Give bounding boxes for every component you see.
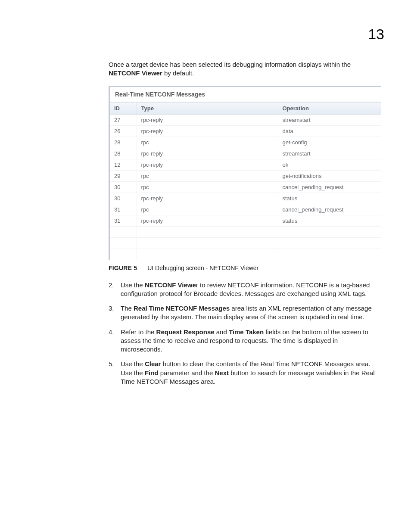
- bold-text: NETCONF Viewe: [145, 281, 196, 289]
- table-row[interactable]: 30rpc-replystatus: [110, 193, 381, 204]
- cell-operation: cancel_pending_request: [278, 181, 381, 193]
- cell-type: rpc: [137, 204, 278, 215]
- bold-text: Next: [215, 369, 229, 376]
- netconf-messages-panel: Real-Time NETCONF Messages ID Type Opera…: [109, 86, 381, 260]
- figure-caption: FIGURE 5UI Debugging screen - NETCONF Vi…: [109, 264, 381, 271]
- table-row[interactable]: 31rpccancel_pending_request: [110, 204, 381, 215]
- cell-id: 26: [110, 125, 137, 137]
- cell-type: rpc-reply: [137, 114, 278, 125]
- intro-bold-netconf-viewer: NETCONF Viewer: [109, 69, 162, 77]
- table-row-empty: [110, 226, 381, 237]
- cell-type: rpc-reply: [137, 215, 278, 226]
- cell-operation: get-config: [278, 137, 381, 148]
- cell-empty: [110, 237, 137, 249]
- text: parameter and the: [159, 369, 215, 376]
- column-header-id[interactable]: ID: [110, 102, 137, 114]
- cell-type: rpc: [137, 170, 278, 181]
- page-content: Once a target device has been selected i…: [109, 26, 381, 386]
- cell-type: rpc-reply: [137, 148, 278, 159]
- intro-text-pre: Once a target device has been selected i…: [109, 61, 351, 68]
- text: Use the: [121, 360, 145, 367]
- text: Use the: [121, 281, 145, 289]
- cell-empty: [110, 226, 137, 237]
- cell-operation: cancel_pending_request: [278, 204, 381, 215]
- panel-title: Real-Time NETCONF Messages: [110, 87, 381, 102]
- table-row[interactable]: 28rpc-replystreamstart: [110, 148, 381, 159]
- cell-operation: streamstart: [278, 114, 381, 125]
- cell-id: 28: [110, 148, 137, 159]
- bold-text: Real Time NETCONF Messages: [134, 305, 230, 312]
- bold-text: Request Response: [156, 328, 215, 336]
- cell-id: 29: [110, 170, 137, 181]
- cell-type: rpc: [137, 137, 278, 148]
- cell-empty: [137, 226, 278, 237]
- table-row-empty: [110, 249, 381, 260]
- cell-operation: status: [278, 215, 381, 226]
- cell-empty: [137, 237, 278, 249]
- cell-id: 31: [110, 215, 137, 226]
- intro-text-post: by default.: [162, 69, 194, 77]
- table-row[interactable]: 31rpc-replystatus: [110, 215, 381, 226]
- bold-text: Time Taken: [229, 328, 264, 336]
- cell-type: rpc: [137, 181, 278, 193]
- bold-text: Find: [145, 369, 159, 376]
- table-row[interactable]: 12rpc-replyok: [110, 159, 381, 170]
- intro-paragraph: Once a target device has been selected i…: [109, 60, 381, 78]
- table-row[interactable]: 29rpcget-notifications: [110, 170, 381, 181]
- cell-empty: [137, 249, 278, 260]
- page-number: 13: [368, 26, 384, 43]
- cell-type: rpc-reply: [137, 193, 278, 204]
- cell-id: 30: [110, 181, 137, 193]
- list-item: Use the NETCONF Viewer to review NETCONF…: [109, 281, 381, 299]
- cell-operation: get-notifications: [278, 170, 381, 181]
- cell-operation: ok: [278, 159, 381, 170]
- cell-id: 12: [110, 159, 137, 170]
- cell-type: rpc-reply: [137, 125, 278, 137]
- cell-empty: [278, 249, 381, 260]
- list-item: Use the Clear button to clear the conten…: [109, 360, 381, 386]
- figure-caption-text: UI Debugging screen - NETCONF Viewer: [147, 264, 258, 271]
- cell-id: 27: [110, 114, 137, 125]
- text: Refer to the: [121, 328, 156, 336]
- text: and: [215, 328, 229, 336]
- messages-table-body: 27rpc-replystreamstart26rpc-replydata28r…: [110, 114, 381, 260]
- cell-type: rpc-reply: [137, 159, 278, 170]
- steps-list: Use the NETCONF Viewer to review NETCONF…: [109, 281, 381, 386]
- cell-empty: [278, 237, 381, 249]
- column-header-type[interactable]: Type: [137, 102, 278, 114]
- list-item: Refer to the Request Response and Time T…: [109, 328, 381, 354]
- cell-empty: [278, 226, 381, 237]
- cell-id: 30: [110, 193, 137, 204]
- table-header-row: ID Type Operation: [110, 102, 381, 114]
- page: 13 Once a target device has been selecte…: [0, 0, 411, 532]
- cell-operation: streamstart: [278, 148, 381, 159]
- text: The: [121, 305, 134, 312]
- table-row-empty: [110, 237, 381, 249]
- table-row[interactable]: 30rpccancel_pending_request: [110, 181, 381, 193]
- cell-id: 28: [110, 137, 137, 148]
- list-item: The Real Time NETCONF Messages area list…: [109, 304, 381, 322]
- table-row[interactable]: 27rpc-replystreamstart: [110, 114, 381, 125]
- cell-empty: [110, 249, 137, 260]
- bold-text: Clear: [145, 360, 161, 367]
- messages-table: ID Type Operation 27rpc-replystreamstart…: [110, 102, 381, 260]
- table-row[interactable]: 28rpcget-config: [110, 137, 381, 148]
- cell-operation: status: [278, 193, 381, 204]
- column-header-operation[interactable]: Operation: [278, 102, 381, 114]
- table-row[interactable]: 26rpc-replydata: [110, 125, 381, 137]
- figure-label: FIGURE 5: [109, 264, 137, 271]
- cell-id: 31: [110, 204, 137, 215]
- cell-operation: data: [278, 125, 381, 137]
